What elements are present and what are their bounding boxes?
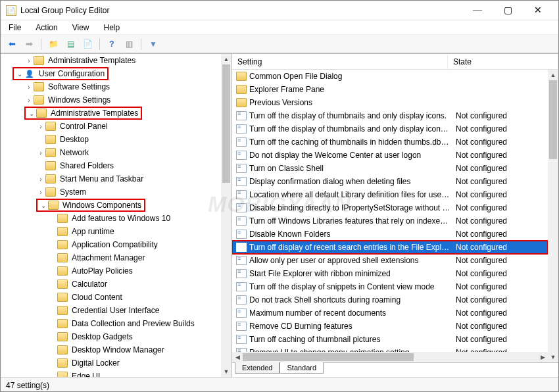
tree-item[interactable]: ⌄Windows Components xyxy=(1,199,221,212)
chevron-right-icon[interactable]: › xyxy=(36,189,45,196)
tree-item[interactable]: ›Control Panel xyxy=(1,120,221,133)
menu-view[interactable]: View xyxy=(70,22,92,34)
minimize-button[interactable]: — xyxy=(462,1,493,20)
tree-item[interactable]: Attachment Manager xyxy=(1,251,221,264)
tab-strip: Extended Standard xyxy=(232,362,558,377)
chevron-down-icon[interactable]: ⌄ xyxy=(39,202,48,209)
tree-item[interactable]: AutoPlay Policies xyxy=(1,264,221,278)
folder-icon xyxy=(57,319,68,328)
tree-item[interactable]: ›Start Menu and Taskbar xyxy=(1,172,221,185)
scroll-left-icon[interactable]: ◀ xyxy=(232,352,243,362)
chevron-right-icon[interactable]: › xyxy=(24,84,34,91)
list-item[interactable]: Disable Known FoldersNot configured xyxy=(232,228,548,241)
setting-icon xyxy=(236,124,247,134)
list-item[interactable]: Display confirmation dialog when deletin… xyxy=(232,175,548,188)
list-item[interactable]: Turn off display of recent search entrie… xyxy=(232,241,548,254)
tree-item[interactable]: Data Collection and Preview Builds xyxy=(1,317,221,330)
scroll-up-icon[interactable]: ▲ xyxy=(548,70,558,80)
list-item[interactable]: Maximum number of recent documentsNot co… xyxy=(232,306,548,320)
chevron-right-icon[interactable]: › xyxy=(24,97,34,104)
tree-item[interactable]: Cloud Content xyxy=(1,291,221,304)
tree-item[interactable]: Credential User Interface xyxy=(1,304,221,317)
tree-item[interactable]: ⌄👤User Configuration xyxy=(1,67,221,80)
list-item[interactable]: Start File Explorer with ribbon minimize… xyxy=(232,267,548,280)
list-item[interactable]: Turn off Windows Libraries features that… xyxy=(232,214,548,228)
list-item[interactable]: Remove UI to change menu animation setti… xyxy=(232,346,548,352)
setting-state: Not configured xyxy=(450,124,507,134)
list-scrollbar-horizontal[interactable]: ◀ ▶ xyxy=(232,352,548,362)
list-item[interactable]: Do not track Shell shortcuts during roam… xyxy=(232,293,548,306)
tab-standard[interactable]: Standard xyxy=(280,362,324,374)
menu-action[interactable]: Action xyxy=(33,22,60,34)
setting-name: Location where all default Library defin… xyxy=(249,190,450,199)
tree-item-label: Windows Components xyxy=(61,200,143,210)
chevron-right-icon[interactable]: › xyxy=(36,176,45,183)
tree-item[interactable]: Digital Locker xyxy=(1,356,221,370)
scroll-right-icon[interactable]: ▶ xyxy=(537,352,548,362)
tree-item[interactable]: Desktop Gadgets xyxy=(1,330,221,343)
tree-item[interactable]: ›Administrative Templates xyxy=(1,54,221,67)
chevron-right-icon[interactable]: › xyxy=(36,149,45,157)
list-item[interactable]: Turn off the display of thumbnails and o… xyxy=(232,122,548,135)
scroll-down-icon[interactable]: ▼ xyxy=(221,366,231,377)
tree-item[interactable]: ›Network xyxy=(1,146,221,159)
list-item[interactable]: Turn off caching of thumbnail picturesNo… xyxy=(232,333,548,346)
list-item[interactable]: Turn off the display of thumbnails and o… xyxy=(232,109,548,122)
chevron-down-icon[interactable]: ⌄ xyxy=(15,70,24,78)
menu-help[interactable]: Help xyxy=(101,22,123,34)
maximize-button[interactable]: ▢ xyxy=(493,1,523,20)
setting-state: Not configured xyxy=(450,230,507,239)
menu-file[interactable]: File xyxy=(6,22,24,34)
scroll-thumb[interactable] xyxy=(222,64,230,183)
tree-item[interactable]: Edge UI xyxy=(1,370,221,377)
list-item[interactable]: Turn off the display of snippets in Cont… xyxy=(232,280,548,293)
tree-item[interactable]: Desktop Window Manager xyxy=(1,343,221,356)
tree-item[interactable]: Add features to Windows 10 xyxy=(1,212,221,225)
forward-button[interactable]: ➡ xyxy=(22,37,36,51)
close-button[interactable]: ✕ xyxy=(523,1,553,20)
up-folder-button[interactable]: 📁 xyxy=(46,37,61,51)
column-setting[interactable]: Setting xyxy=(232,55,448,69)
folder-icon xyxy=(57,306,68,315)
tree-item[interactable]: Shared Folders xyxy=(1,159,221,172)
show-hide-tree-button[interactable]: ▤ xyxy=(63,37,78,51)
list-item[interactable]: Allow only per user or approved shell ex… xyxy=(232,254,548,267)
export-list-button[interactable]: 📄 xyxy=(80,37,95,51)
column-state[interactable]: State xyxy=(448,55,558,69)
tree-item[interactable]: ›Windows Settings xyxy=(1,93,221,107)
tree-item[interactable]: Calculator xyxy=(1,278,221,291)
tab-extended[interactable]: Extended xyxy=(235,362,280,374)
chevron-down-icon[interactable]: ⌄ xyxy=(27,110,36,117)
tree-item[interactable]: ›Software Settings xyxy=(1,80,221,93)
scroll-thumb[interactable] xyxy=(243,353,414,361)
tree-item[interactable]: App runtime xyxy=(1,225,221,238)
list-item[interactable]: Common Open File Dialog xyxy=(232,70,548,83)
list-item[interactable]: Turn off the caching of thumbnails in hi… xyxy=(232,135,548,149)
filter-button[interactable]: ▼ xyxy=(146,37,160,51)
folder-icon xyxy=(57,280,68,289)
list-item[interactable]: Disable binding directly to IPropertySet… xyxy=(232,201,548,214)
scroll-thumb[interactable] xyxy=(549,80,557,159)
chevron-right-icon[interactable]: › xyxy=(36,123,45,130)
list-item[interactable]: Explorer Frame Pane xyxy=(232,83,548,96)
help-button[interactable]: ? xyxy=(105,37,119,51)
list-item[interactable]: Location where all default Library defin… xyxy=(232,188,548,201)
scroll-up-icon[interactable]: ▲ xyxy=(221,54,231,64)
tree-item[interactable]: Desktop xyxy=(1,133,221,146)
scroll-down-icon[interactable]: ▼ xyxy=(548,352,558,362)
list-item[interactable]: Turn on Classic ShellNot configured xyxy=(232,162,548,175)
tree-item[interactable]: ⌄Administrative Templates xyxy=(1,107,221,120)
tree-item[interactable]: Application Compatibility xyxy=(1,238,221,251)
tree-scrollbar-vertical[interactable]: ▲ ▼ xyxy=(221,54,231,377)
tree-item[interactable]: ›System xyxy=(1,185,221,199)
setting-icon xyxy=(236,230,247,239)
setting-state: Not configured xyxy=(450,243,507,252)
back-button[interactable]: ⬅ xyxy=(5,37,19,51)
list-item[interactable]: Remove CD Burning featuresNot configured xyxy=(232,320,548,333)
list-item[interactable]: Do not display the Welcome Center at use… xyxy=(232,149,548,162)
list-scrollbar-vertical[interactable]: ▲ ▼ xyxy=(548,70,558,362)
options-button[interactable]: ▥ xyxy=(122,37,136,51)
chevron-right-icon[interactable]: › xyxy=(24,57,34,64)
list-item[interactable]: Previous Versions xyxy=(232,96,548,109)
statusbar: 47 setting(s) xyxy=(1,377,558,392)
